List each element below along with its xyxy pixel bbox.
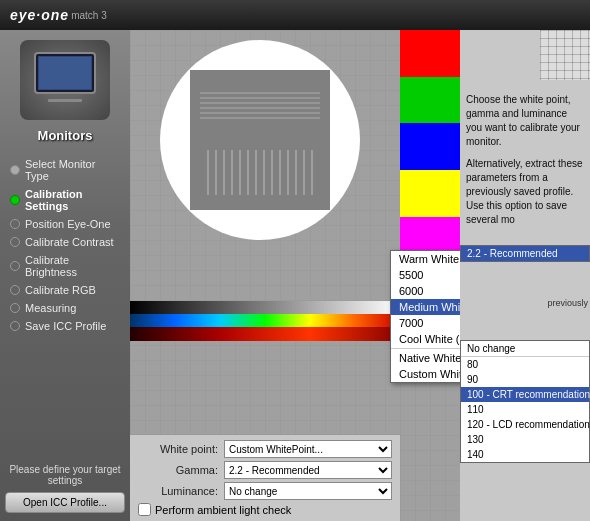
dropdown-item-separator [391, 348, 460, 349]
dropdown-item-custom[interactable]: Custom WhitePoint... [391, 366, 460, 382]
dropdown-item-5500[interactable]: 5500 [391, 267, 460, 283]
white-point-row: White point: Custom WhitePoint... [138, 440, 392, 458]
sidebar-item-calibrate-brightness[interactable]: Calibrate Brightness [5, 251, 125, 281]
luminance-item-120[interactable]: 120 - LCD recommendation [461, 417, 589, 432]
luminance-label: Luminance: [138, 485, 218, 497]
sidebar-item-calibrate-rgb[interactable]: Calibrate RGB [5, 281, 125, 299]
right-panel-text1: Choose the white point, gamma and lumina… [466, 93, 584, 149]
dropdown-item-6500[interactable]: Medium White (6500) [391, 299, 460, 315]
test-circle [160, 40, 360, 240]
svg-rect-2 [55, 94, 75, 99]
svg-rect-3 [48, 99, 82, 102]
app-logo-sub: match 3 [71, 10, 107, 21]
sidebar-item-select-monitor[interactable]: Select Monitor Type [5, 155, 125, 185]
nav-dot-select-monitor [10, 165, 20, 175]
swatch-blue [400, 123, 460, 170]
test-lines-horizontal [200, 88, 320, 123]
test-lines-vertical [200, 150, 320, 195]
luminance-item-100[interactable]: 100 - CRT recommendation [461, 387, 589, 402]
mini-grid [540, 30, 590, 80]
nav-dot-measuring [10, 303, 20, 313]
luminance-row: Luminance: No change [138, 482, 392, 500]
luminance-item-130[interactable]: 130 [461, 432, 589, 447]
test-pattern [190, 70, 330, 210]
nav-dot-brightness [10, 261, 20, 271]
settings-bar: White point: Custom WhitePoint... Gamma:… [130, 434, 400, 521]
dropdown-item-7500[interactable]: Cool White (7500) [391, 331, 460, 347]
monitor-icon [30, 50, 100, 110]
luminance-item-80[interactable]: 80 [461, 357, 589, 372]
nav-items: Select Monitor Type Calibration Settings… [0, 155, 130, 335]
gamma-label: Gamma: [138, 464, 218, 476]
dropdown-item-native[interactable]: Native White Point [391, 350, 460, 366]
swatch-red [400, 30, 460, 77]
swatch-yellow [400, 170, 460, 217]
sidebar-status: Please define your target settings [5, 464, 125, 486]
gradient-bar-color [130, 314, 400, 327]
gradient-bar-dark [130, 327, 400, 341]
ambient-row: Perform ambient light check [138, 503, 392, 516]
nav-dot-save-icc [10, 321, 20, 331]
nav-dot-calibration-settings [10, 195, 20, 205]
sidebar-item-calibrate-contrast[interactable]: Calibrate Contrast [5, 233, 125, 251]
luminance-select[interactable]: No change [224, 482, 392, 500]
gradient-bar-black [130, 301, 400, 314]
white-point-dropdown[interactable]: Warm White (5000) 5500 6000 Medium White… [390, 250, 460, 383]
gamma-item-recommended[interactable]: 2.2 - Recommended [461, 246, 589, 261]
monitor-icon-wrap [20, 40, 110, 120]
dropdown-item-7000[interactable]: 7000 [391, 315, 460, 331]
previously-label: previously [547, 298, 588, 308]
sidebar: Monitors Select Monitor Type Calibration… [0, 30, 130, 521]
luminance-item-no-change[interactable]: No change [461, 341, 589, 356]
luminance-item-90[interactable]: 90 [461, 372, 589, 387]
right-panel-text2: Alternatively, extract these parameters … [466, 157, 584, 227]
sidebar-item-position-eyeone[interactable]: Position Eye-One [5, 215, 125, 233]
app-logo: eye·one [10, 7, 69, 23]
sidebar-item-save-icc[interactable]: Save ICC Profile [5, 317, 125, 335]
white-point-select[interactable]: Custom WhitePoint... [224, 440, 392, 458]
sidebar-item-calibration-settings[interactable]: Calibration Settings [5, 185, 125, 215]
open-icc-button[interactable]: Open ICC Profile... [5, 492, 125, 513]
svg-rect-12 [200, 150, 320, 195]
sidebar-bottom: Please define your target settings Open … [0, 456, 130, 521]
main-area: Monitors Select Monitor Type Calibration… [0, 30, 590, 521]
ambient-label: Perform ambient light check [155, 504, 291, 516]
gamma-select[interactable]: 2.2 - Recommended [224, 461, 392, 479]
nav-dot-rgb [10, 285, 20, 295]
sidebar-item-measuring[interactable]: Measuring [5, 299, 125, 317]
luminance-dropdown-right[interactable]: No change 80 90 100 - CRT recommendation… [460, 340, 590, 463]
dropdown-item-6000[interactable]: 6000 [391, 283, 460, 299]
gamma-row: Gamma: 2.2 - Recommended [138, 461, 392, 479]
top-bar: eye·one match 3 [0, 0, 590, 30]
center-content: Warm White (5000) 5500 6000 Medium White… [130, 30, 460, 521]
dropdown-item-5000[interactable]: Warm White (5000) [391, 251, 460, 267]
white-point-label: White point: [138, 443, 218, 455]
gradient-bars [130, 301, 400, 341]
gamma-dropdown-right[interactable]: 2.2 - Recommended [460, 245, 590, 262]
svg-rect-4 [39, 57, 91, 89]
right-panel: Choose the white point, gamma and lumina… [460, 30, 590, 521]
luminance-item-140[interactable]: 140 [461, 447, 589, 462]
luminance-item-110[interactable]: 110 [461, 402, 589, 417]
nav-dot-position [10, 219, 20, 229]
nav-dot-contrast [10, 237, 20, 247]
ambient-checkbox[interactable] [138, 503, 151, 516]
swatch-green [400, 77, 460, 124]
sidebar-title: Monitors [38, 128, 93, 143]
